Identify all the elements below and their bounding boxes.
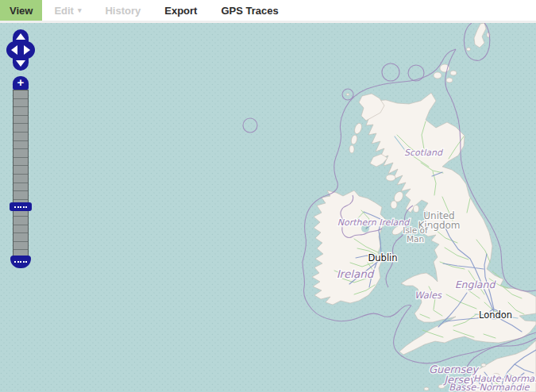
tab-edit-label: Edit bbox=[54, 5, 74, 17]
label-dublin: Dublin bbox=[368, 252, 397, 263]
tab-history[interactable]: History bbox=[93, 0, 152, 21]
tab-gps-traces-label: GPS Traces bbox=[221, 5, 278, 17]
pan-left-button[interactable] bbox=[6, 44, 17, 56]
tab-history-label: History bbox=[105, 5, 141, 17]
map-svg: Scotland Northern Ireland United Kingdom… bbox=[0, 23, 536, 392]
label-northern-ireland: Northern Ireland bbox=[337, 217, 411, 228]
osm-window: View Edit ▾ History Export GPS Traces bbox=[0, 0, 536, 392]
tab-gps-traces[interactable]: GPS Traces bbox=[209, 0, 290, 21]
label-wales: Wales bbox=[415, 290, 442, 301]
pan-right-button[interactable] bbox=[24, 44, 35, 56]
tab-edit[interactable]: Edit ▾ bbox=[42, 0, 93, 21]
tab-export[interactable]: Export bbox=[152, 0, 209, 21]
map-canvas[interactable]: Scotland Northern Ireland United Kingdom… bbox=[0, 23, 536, 392]
zoom-slider-track[interactable] bbox=[13, 90, 29, 257]
label-england: England bbox=[455, 279, 497, 290]
chevron-down-icon: ▾ bbox=[78, 7, 82, 14]
zoom-slider-handle[interactable] bbox=[10, 202, 32, 211]
tab-export-label: Export bbox=[164, 5, 197, 17]
tab-view-label: View bbox=[10, 5, 33, 17]
pan-control bbox=[6, 29, 35, 71]
pan-down-button[interactable] bbox=[15, 60, 26, 71]
nav-tabs: View Edit ▾ History Export GPS Traces bbox=[0, 0, 536, 21]
label-scotland: Scotland bbox=[404, 148, 444, 158]
label-london: London bbox=[479, 309, 512, 321]
label-ireland: Ireland bbox=[337, 267, 375, 280]
ireland-landmass bbox=[312, 190, 386, 305]
pan-up-button[interactable] bbox=[15, 29, 26, 40]
tab-view[interactable]: View bbox=[0, 0, 42, 21]
top-nav: View Edit ▾ History Export GPS Traces bbox=[0, 0, 536, 23]
label-basse-normandie: Basse-Normandie bbox=[449, 382, 530, 392]
zoom-in-button[interactable]: + bbox=[13, 76, 29, 90]
label-isle-of-man-2: Man bbox=[407, 234, 424, 244]
